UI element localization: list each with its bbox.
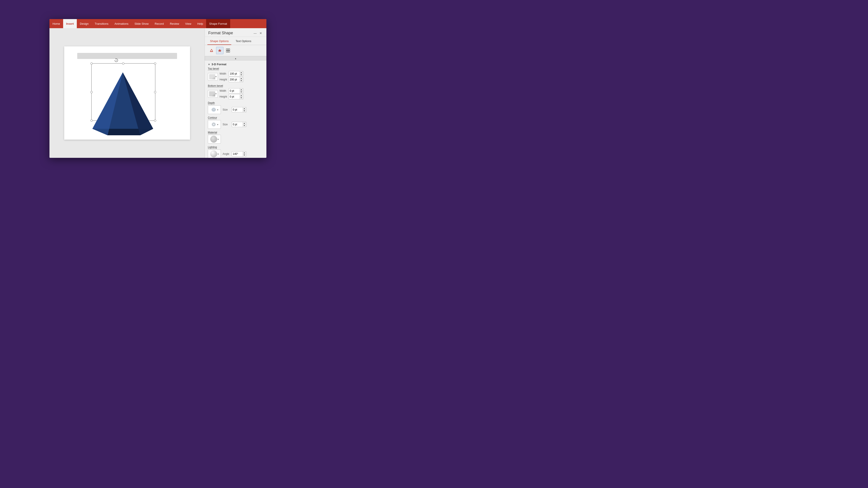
- rotation-handle[interactable]: [114, 58, 119, 63]
- app-window: Home Insert Design Transitions Animation…: [50, 19, 267, 158]
- top-bevel-width-input[interactable]: ▲ ▼: [229, 71, 243, 76]
- contour-size-input[interactable]: ▲ ▼: [232, 122, 246, 127]
- scroll-up-btn[interactable]: ▲: [205, 56, 267, 61]
- bottom-bevel-width-field[interactable]: [230, 89, 240, 92]
- lighting-angle-down[interactable]: ▼: [243, 154, 246, 157]
- depth-size-down[interactable]: ▼: [243, 110, 246, 112]
- contour-size-row: Size ▲ ▼: [223, 122, 246, 127]
- main-area: Format Shape — ✕ Shape Options Text Opti…: [50, 28, 267, 158]
- contour-label: Contour: [208, 116, 264, 119]
- panel-content[interactable]: ▲ ▼ 3-D Format Top bevel ▾: [205, 56, 267, 158]
- bottom-bevel-btn[interactable]: ▾: [208, 90, 218, 98]
- material-control-row: ▾: [208, 135, 264, 143]
- bottom-bevel-control-row: ▾ Width ▲ ▼: [208, 88, 264, 99]
- svg-point-15: [212, 122, 216, 127]
- panel-close-btn[interactable]: ✕: [258, 31, 263, 35]
- top-bevel-width-field[interactable]: [230, 72, 240, 75]
- depth-label: Depth: [208, 101, 264, 104]
- material-dropdown-arrow: ▾: [218, 138, 219, 140]
- lighting-angle-input[interactable]: ▲ ▼: [232, 151, 246, 157]
- tab-animations[interactable]: Animations: [112, 19, 131, 28]
- bottom-bevel-width-spin: ▲ ▼: [240, 88, 243, 93]
- top-bevel-width-down[interactable]: ▼: [240, 74, 243, 76]
- top-bevel-height-field[interactable]: [230, 78, 240, 81]
- svg-point-13: [212, 107, 216, 112]
- bottom-bevel-width-down[interactable]: ▼: [240, 91, 243, 93]
- tab-shapeformat[interactable]: Shape Format: [206, 19, 230, 28]
- chevron-3d-format: ▼: [208, 63, 210, 66]
- lighting-btn[interactable]: ▾: [208, 150, 221, 158]
- layout-btn[interactable]: [224, 47, 232, 54]
- contour-size-field[interactable]: [233, 123, 243, 126]
- contour-size-up[interactable]: ▲: [243, 122, 246, 124]
- bottom-bevel-height-field[interactable]: [230, 95, 240, 98]
- tab-insert[interactable]: Insert: [63, 19, 77, 28]
- depth-size-up[interactable]: ▲: [243, 107, 246, 110]
- depth-control-row: ▾ Size ▲ ▼: [208, 105, 264, 114]
- tab-help[interactable]: Help: [194, 19, 206, 28]
- lighting-icon: [210, 151, 217, 157]
- lighting-angle-field[interactable]: [233, 153, 243, 156]
- top-bevel-group: Top bevel ▾ Width: [208, 67, 264, 82]
- bottom-bevel-height-spin: ▲ ▼: [240, 94, 243, 99]
- depth-color-btn[interactable]: ▾: [208, 105, 221, 114]
- section-3d-format-label: 3-D Format: [212, 63, 226, 66]
- top-bevel-width-up[interactable]: ▲: [240, 71, 243, 74]
- lighting-angle-up[interactable]: ▲: [243, 151, 246, 154]
- pyramid-shape[interactable]: [86, 68, 160, 137]
- bottom-bevel-width-input[interactable]: ▲ ▼: [229, 88, 243, 93]
- top-bevel-width-spin: ▲ ▼: [240, 71, 243, 76]
- tab-design[interactable]: Design: [77, 19, 92, 28]
- panel-minimize-btn[interactable]: —: [253, 31, 257, 35]
- top-bevel-height-input[interactable]: ▲ ▼: [229, 77, 243, 82]
- section-3d-format-header[interactable]: ▼ 3-D Format: [205, 61, 267, 67]
- panel-tabs: Shape Options Text Options: [205, 37, 267, 45]
- tab-record[interactable]: Record: [152, 19, 167, 28]
- top-bevel-height-row: Height ▲ ▼: [220, 77, 264, 82]
- handle-top-right[interactable]: [154, 62, 156, 65]
- contour-size-down[interactable]: ▼: [243, 124, 246, 127]
- handle-top-mid[interactable]: [122, 62, 124, 65]
- top-bevel-wh: Width ▲ ▼: [220, 71, 264, 82]
- top-bevel-height-spin: ▲ ▼: [240, 77, 243, 82]
- material-btn[interactable]: ▾: [208, 135, 221, 143]
- depth-size-label: Size: [223, 108, 231, 111]
- bottom-bevel-group: Bottom bevel ▾ Width: [208, 84, 264, 99]
- fill-line-btn[interactable]: [208, 47, 215, 54]
- bottom-bevel-width-up[interactable]: ▲: [240, 88, 243, 91]
- prop-section-3d: Top bevel ▾ Width: [205, 67, 267, 158]
- depth-size-field[interactable]: [233, 108, 243, 111]
- contour-group: Contour ▾ Size: [208, 116, 264, 129]
- bottom-bevel-height-row: Height ▲ ▼: [220, 94, 264, 99]
- tab-slideshow[interactable]: Slide Show: [131, 19, 152, 28]
- svg-point-0: [116, 60, 117, 61]
- top-bevel-height-up[interactable]: ▲: [240, 77, 243, 79]
- top-bevel-width-label: Width: [220, 72, 228, 75]
- bottom-bevel-height-down[interactable]: ▼: [240, 97, 243, 99]
- depth-size-row: Size ▲ ▼: [223, 107, 246, 112]
- bottom-bevel-icon: [209, 91, 215, 96]
- contour-color-btn[interactable]: ▾: [208, 120, 221, 129]
- slide[interactable]: [64, 46, 190, 140]
- tab-view[interactable]: View: [182, 19, 194, 28]
- bottom-bevel-height-up[interactable]: ▲: [240, 94, 243, 97]
- svg-rect-10: [228, 49, 230, 50]
- depth-size-input[interactable]: ▲ ▼: [232, 107, 246, 112]
- tab-review[interactable]: Review: [167, 19, 182, 28]
- top-bevel-label: Top bevel: [208, 67, 264, 70]
- effects-btn[interactable]: [216, 47, 223, 54]
- bottom-bevel-height-input[interactable]: ▲ ▼: [229, 94, 243, 99]
- tab-shape-options[interactable]: Shape Options: [208, 39, 231, 45]
- lighting-dropdown-arrow: ▾: [218, 153, 219, 155]
- tab-text-options[interactable]: Text Options: [233, 39, 254, 45]
- tab-transitions[interactable]: Transitions: [92, 19, 112, 28]
- svg-rect-9: [226, 49, 228, 50]
- tab-home[interactable]: Home: [50, 19, 63, 28]
- top-bevel-icon: [209, 74, 215, 79]
- lighting-angle-label: Angle: [223, 153, 231, 156]
- lighting-control-row: ▾ Angle ▲ ▼: [208, 150, 264, 158]
- svg-rect-7: [210, 52, 213, 52]
- top-bevel-btn[interactable]: ▾: [208, 73, 218, 80]
- top-bevel-height-down[interactable]: ▼: [240, 79, 243, 82]
- handle-top-left[interactable]: [90, 62, 93, 65]
